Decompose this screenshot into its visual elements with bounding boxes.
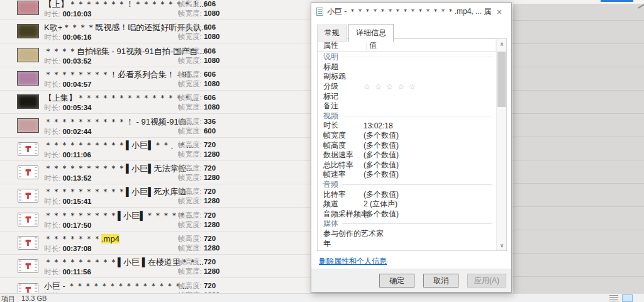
frame-height-label: 帧高度: xyxy=(178,141,204,148)
view-toggle-group xyxy=(609,294,633,302)
property-section-header: 视频 xyxy=(318,111,496,121)
file-text-block: ＊＊＊＊＊＊＊＊＊▌小巨▌＊＊＊＊＊...时长: 00:17:50 xyxy=(44,210,270,230)
file-duration-line: 时长: 00:03:52 xyxy=(44,57,270,66)
file-thumbnail xyxy=(17,71,39,86)
details-scrollbar[interactable]: ∧ ∨ xyxy=(496,39,506,250)
remove-properties-link[interactable]: 删除属性和个人信息 xyxy=(319,256,387,267)
file-duration-line: 时长: 00:11:06 xyxy=(44,150,270,160)
property-row[interactable]: 参与创作的艺术家 xyxy=(318,229,496,239)
property-label: 帧宽度 xyxy=(318,130,364,141)
file-meta-block: 帧高度: 720帧宽度: 1280 xyxy=(178,211,219,230)
thumbnail-view-icon[interactable] xyxy=(622,294,633,302)
frame-width-label: 帧宽度: xyxy=(178,244,204,252)
section-rule xyxy=(342,223,492,224)
duration-value: 00:05:34 xyxy=(62,104,91,111)
close-icon[interactable]: × xyxy=(491,6,508,17)
property-row[interactable]: 备注 xyxy=(318,101,496,111)
property-value: 2 (立体声) xyxy=(364,199,496,210)
frame-width-label: 帧宽度: xyxy=(178,103,204,111)
duration-label: 时长: xyxy=(44,128,62,135)
frame-width-value: 1080 xyxy=(204,80,220,87)
section-label: 音频 xyxy=(318,179,338,190)
property-row[interactable]: 标题 xyxy=(318,62,496,72)
frame-width-label: 帧宽度: xyxy=(178,221,204,228)
property-label: 频道 xyxy=(318,199,364,210)
file-duration-line: 时长: 00:05:34 xyxy=(44,103,270,113)
accent-strip xyxy=(601,0,633,2)
frame-width-line: 帧宽度: 600 xyxy=(178,126,216,136)
frame-height-line: 帧高度: 720 xyxy=(178,140,219,150)
duration-label: 时长: xyxy=(44,33,62,41)
frame-height-value: 606 xyxy=(204,94,216,101)
file-name: ＊＊＊＊＊＊＊＊＊＊▌小巨▌无法掌控... xyxy=(44,163,270,174)
frame-height-value: 606 xyxy=(204,70,216,78)
video-glyph xyxy=(25,193,31,199)
file-name: ＊＊＊＊＊＊＊＊＊▌小巨 ▌在楼道里＊＊... xyxy=(44,257,270,267)
duration-value: 00:15:41 xyxy=(62,198,91,205)
property-label: 比特率 xyxy=(318,189,364,200)
frame-height-value: 720 xyxy=(204,258,216,266)
frame-height-label: 帧高度: xyxy=(178,118,204,125)
property-row[interactable]: 总比特率(多个数值) xyxy=(318,160,496,171)
file-name: K歌+＊＊＊＊既视感！唱的还挺好听开头认... xyxy=(44,22,270,33)
frame-width-value: 1280 xyxy=(204,221,220,228)
property-row[interactable]: 副标题 xyxy=(318,72,496,82)
ok-button[interactable]: 确定 xyxy=(379,274,414,288)
apply-button[interactable]: 应用(A) xyxy=(467,274,506,288)
frame-height-line: 帧高度: 336 xyxy=(178,117,216,126)
frame-width-line: 帧宽度: 1080 xyxy=(178,56,219,65)
property-label: 数据速率 xyxy=(318,150,364,160)
details-property-list: 属性 值 说明标题副标题分级☆ ☆ ☆ ☆ ☆标记备注视频时长13:02:18帧… xyxy=(317,38,507,251)
frame-height-label: 帧高度: xyxy=(178,0,204,8)
duration-value: 00:11:56 xyxy=(62,268,91,276)
video-file-icon xyxy=(18,259,38,273)
property-row[interactable]: 比特率(多个数值) xyxy=(318,189,496,199)
property-row[interactable]: 标记 xyxy=(318,91,496,101)
duration-value: 00:10:03 xyxy=(62,10,91,18)
duration-value: 00:04:57 xyxy=(62,81,91,88)
video-glyph xyxy=(25,240,31,246)
search-highlight: .mp4 xyxy=(101,234,119,243)
property-row[interactable]: 频道2 (立体声) xyxy=(318,199,496,210)
duration-value: 00:13:52 xyxy=(62,174,91,182)
video-file-icon xyxy=(18,213,38,226)
file-name: ＊＊＊＊＊＊＊＊＊＊！ - 91视频-91自... xyxy=(44,116,270,127)
scrollbar-thumb[interactable] xyxy=(497,52,506,107)
property-row[interactable]: 帧高度(多个数值) xyxy=(318,140,496,150)
frame-width-line: 帧宽度: 1280 xyxy=(178,196,219,206)
property-label: 时长 xyxy=(318,120,364,131)
scroll-up-icon[interactable]: ∧ xyxy=(497,39,507,49)
duration-value: 00:37:08 xyxy=(62,245,91,252)
tab-general[interactable]: 常规 xyxy=(317,25,347,42)
property-value: (多个数值) xyxy=(364,169,496,180)
details-view-icon[interactable] xyxy=(609,295,618,302)
frame-width-label: 帧宽度: xyxy=(178,33,204,40)
frame-width-line: 帧宽度: 1280 xyxy=(178,267,219,276)
property-row[interactable]: 帧宽度(多个数值) xyxy=(318,131,496,141)
file-meta-block: 帧高度: 720帧宽度: 1280 xyxy=(178,257,219,276)
cancel-button[interactable]: 取消 xyxy=(423,274,458,288)
file-name: ＊＊＊＊＊＊＊＊！必看系列合集！ - 91... xyxy=(44,69,270,80)
frame-width-value: 1080 xyxy=(204,9,220,17)
frame-height-label: 帧高度: xyxy=(178,282,204,289)
property-row[interactable]: 时长13:02:18 xyxy=(318,121,496,131)
video-glyph xyxy=(25,146,31,152)
frame-width-value: 1080 xyxy=(204,33,220,40)
frame-height-value: 720 xyxy=(204,141,216,148)
dialog-title-bar[interactable]: 小巨 - ＊＊＊＊＊＊＊＊＊＊＊＊＊＊.mp4, ... 属性 × xyxy=(311,3,511,20)
property-section-header: 说明 xyxy=(318,52,496,62)
duration-value: 00:03:52 xyxy=(62,57,91,65)
frame-width-label: 帧宽度: xyxy=(178,150,204,158)
property-row[interactable]: 年 xyxy=(318,238,496,249)
properties-file-icon xyxy=(316,8,323,16)
details-rows: 说明标题副标题分级☆ ☆ ☆ ☆ ☆标记备注视频时长13:02:18帧宽度(多个… xyxy=(318,52,496,250)
frame-width-line: 帧宽度: 1080 xyxy=(178,103,219,112)
property-row[interactable]: 帧速率(多个数值) xyxy=(318,170,496,180)
property-row[interactable]: 音频采样频率(多个数值) xyxy=(318,210,496,220)
property-row[interactable]: 分级☆ ☆ ☆ ☆ ☆ xyxy=(318,82,496,92)
property-row[interactable]: 数据速率(多个数值) xyxy=(318,150,496,160)
tab-details[interactable]: 详细信息 xyxy=(348,24,394,42)
scroll-down-icon[interactable]: ∨ xyxy=(497,240,507,250)
file-text-block: ＊＊＊＊自拍锦集 - 91视频-91自拍-国产自...时长: 00:03:52 xyxy=(44,46,270,66)
background-list-area xyxy=(513,4,644,293)
